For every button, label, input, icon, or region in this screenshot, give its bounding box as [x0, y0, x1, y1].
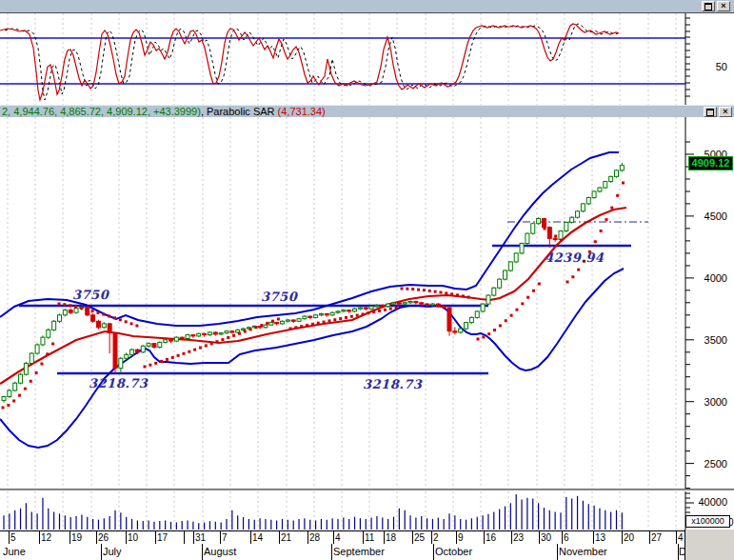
candle-up	[319, 314, 323, 315]
day-tick	[363, 531, 364, 544]
candle-up	[387, 304, 390, 307]
candle-up	[336, 311, 340, 312]
close-button[interactable]: ×	[717, 1, 730, 11]
day-tick	[431, 531, 432, 544]
candle-up	[342, 310, 346, 311]
candle-down	[414, 302, 418, 303]
candle-up	[531, 224, 535, 233]
candle-up	[30, 353, 33, 363]
day-tick	[9, 531, 10, 544]
candle-down	[135, 350, 139, 352]
day-tick	[155, 531, 156, 544]
right-axis	[685, 117, 694, 489]
day-label: 31	[195, 532, 206, 543]
candle-up	[19, 374, 23, 383]
gridlines	[8, 117, 676, 489]
candle-up	[125, 354, 129, 358]
candle-down	[169, 340, 173, 341]
month-label: June	[3, 546, 26, 557]
candle-up	[35, 345, 39, 353]
restore-icon	[704, 3, 712, 10]
candle-up	[598, 188, 602, 191]
price-axis-label: 3000	[689, 396, 727, 408]
candle-down	[152, 344, 156, 348]
candle-down	[364, 308, 367, 309]
candle-up	[475, 311, 479, 317]
date-axis-months: JuneJulyAugustSeptemberOctoberNovemberD	[0, 544, 734, 560]
candle-down	[542, 219, 546, 228]
price-axis-label: 3500	[689, 334, 727, 346]
stochastic-panel[interactable]: 50	[0, 13, 734, 105]
day-label: 20	[624, 532, 634, 543]
candle-down	[420, 303, 424, 304]
candle-up	[592, 191, 596, 197]
candle-up	[242, 329, 246, 330]
stochastic-chart	[0, 13, 734, 105]
candle-up	[508, 262, 512, 270]
day-label: 9	[458, 532, 464, 543]
candlestick-chart	[0, 117, 734, 489]
price-chart-panel[interactable]: 500045004000350030002500 375037503218.73…	[0, 117, 734, 489]
day-label: 10	[128, 532, 138, 543]
candle-up	[281, 321, 285, 324]
price-window-titlebar[interactable]: 2, 4,944.76, 4,865.72, 4,909.12, +43.399…	[0, 105, 734, 118]
candle-up	[559, 231, 563, 240]
day-label: 7	[222, 532, 228, 543]
candle-down	[203, 333, 207, 334]
candle-up	[297, 319, 301, 322]
candle-up	[609, 176, 613, 181]
day-label: 6	[564, 532, 569, 543]
volume-bars	[4, 494, 622, 530]
candle-up	[130, 350, 134, 354]
restore-button[interactable]	[702, 1, 715, 11]
candle-up	[119, 358, 123, 368]
trendline-value-annotation: 3218.73	[89, 376, 148, 390]
candle-up	[158, 342, 162, 347]
candle-up	[24, 363, 28, 374]
month-tick	[101, 544, 102, 560]
close-button[interactable]: ×	[719, 107, 732, 117]
oscillator-mid-level-label: 50	[689, 61, 727, 72]
month-label: November	[559, 546, 607, 557]
candle-up	[615, 170, 619, 176]
candle-up	[576, 211, 580, 217]
day-tick	[511, 531, 512, 544]
day-label: 16	[486, 532, 496, 543]
volume-panel[interactable]: 40000 0 x100000	[0, 491, 734, 530]
candle-up	[537, 219, 541, 224]
candle-up	[469, 317, 473, 322]
candle-up	[586, 197, 590, 203]
day-tick	[220, 531, 221, 544]
candle-up	[13, 383, 17, 390]
month-tick	[202, 544, 203, 560]
restore-button[interactable]	[704, 107, 717, 117]
day-tick	[39, 531, 40, 544]
candle-up	[286, 320, 289, 321]
stochastic-d-line	[5, 24, 618, 100]
day-tick	[193, 531, 194, 544]
candle-up	[369, 307, 373, 310]
candle-up	[208, 332, 211, 335]
candle-up	[63, 310, 67, 315]
right-axis	[685, 13, 690, 105]
indicator-window-titlebar[interactable]: ×	[0, 0, 734, 13]
gridlines	[8, 491, 676, 530]
candle-up	[225, 331, 228, 333]
candle-up	[8, 390, 11, 396]
day-label: 4	[335, 532, 341, 543]
day-tick	[96, 531, 97, 544]
candle-up	[47, 330, 50, 337]
candle-down	[325, 314, 328, 315]
candle-up	[186, 335, 189, 339]
day-label: 2	[433, 532, 439, 543]
candle-down	[426, 304, 429, 305]
day-label: 17	[157, 532, 168, 543]
candle-down	[91, 315, 95, 321]
month-label: September	[333, 546, 385, 557]
day-label: 27	[651, 532, 662, 543]
candle-up	[52, 321, 56, 330]
candle-up	[164, 340, 168, 343]
month-label: August	[204, 546, 236, 557]
candle-up	[2, 397, 6, 401]
candle-up	[430, 304, 434, 305]
